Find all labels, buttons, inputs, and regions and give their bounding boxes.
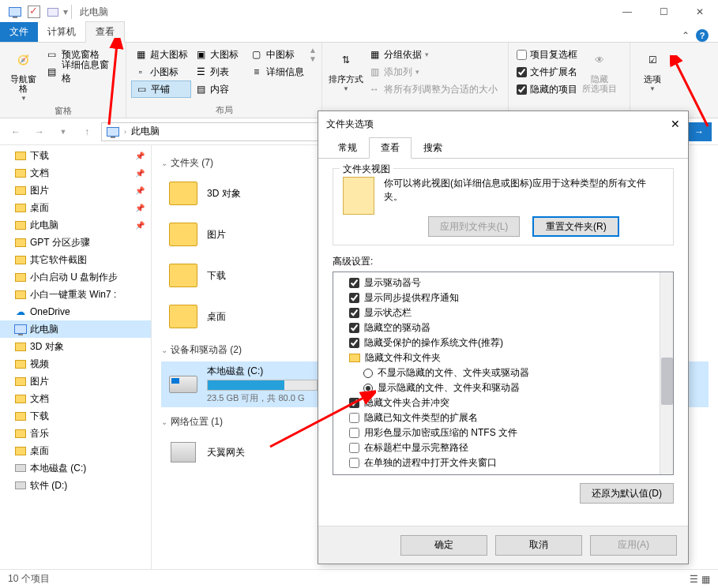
sidebar-item[interactable]: 文档📌 [0, 164, 151, 182]
tab-computer[interactable]: 计算机 [38, 22, 85, 42]
qat-new-folder-icon[interactable] [44, 3, 62, 21]
sidebar-item-icon [14, 253, 27, 266]
view-list-button[interactable]: ☰列表 [191, 63, 246, 81]
view-xlarge-button[interactable]: ▦超大图标 [131, 46, 191, 63]
sidebar-item[interactable]: 此电脑📌 [0, 216, 151, 234]
cancel-button[interactable]: 取消 [495, 535, 582, 556]
restore-defaults-button[interactable]: 还原为默认值(D) [580, 483, 674, 504]
view-details-button[interactable]: ≡详细信息 [247, 63, 309, 81]
view-small-button[interactable]: ▫小图标 [131, 63, 191, 81]
minimize-button[interactable]: — [609, 0, 645, 24]
sidebar-item[interactable]: 本地磁盘 (C:) [0, 459, 151, 477]
adv-radio[interactable] [363, 384, 373, 393]
view-large-icon[interactable]: ▦ [701, 574, 710, 585]
adv-setting-item[interactable]: 显示隐藏的文件、文件夹和驱动器 [335, 380, 671, 395]
ext-checkbox[interactable]: 文件扩展名 [513, 63, 581, 81]
sidebar-item[interactable]: 桌面📌 [0, 199, 151, 216]
sidebar-item[interactable]: 软件 (D:) [0, 477, 151, 494]
reset-folders-button[interactable]: 重置文件夹(R) [532, 216, 619, 237]
dialog-tab-view[interactable]: 查看 [369, 137, 412, 159]
advanced-settings-list[interactable]: 显示驱动器号显示同步提供程序通知显示状态栏隐藏空的驱动器隐藏受保护的操作系统文件… [333, 272, 674, 475]
view-large-button[interactable]: ▣大图标 [191, 46, 246, 63]
sidebar[interactable]: 下载📌文档📌图片📌桌面📌此电脑📌GPT 分区步骤其它软件截图小白启动 U 盘制作… [0, 145, 152, 569]
adv-checkbox[interactable] [349, 413, 359, 423]
forward-button[interactable]: → [30, 122, 49, 141]
tab-file[interactable]: 文件 [0, 22, 38, 42]
sidebar-item[interactable]: ☁OneDrive [0, 303, 151, 320]
adv-checkbox[interactable] [349, 428, 359, 438]
adv-setting-item[interactable]: 在单独的进程中打开文件夹窗口 [335, 455, 671, 470]
adv-checkbox[interactable] [349, 398, 359, 408]
folder-icon [167, 260, 199, 291]
sidebar-item-icon [14, 444, 27, 457]
adv-setting-item[interactable]: 显示状态栏 [335, 305, 671, 320]
adv-checkbox[interactable] [349, 293, 359, 303]
adv-radio[interactable] [363, 369, 373, 378]
adv-setting-item[interactable]: 隐藏空的驱动器 [335, 320, 671, 335]
adv-setting-item[interactable]: 用彩色显示加密或压缩的 NTFS 文件 [335, 425, 671, 440]
sidebar-item[interactable]: 此电脑 [0, 320, 151, 338]
sidebar-item[interactable]: 视频 [0, 355, 151, 373]
adv-setting-item[interactable]: 显示同步提供程序通知 [335, 290, 671, 305]
adv-checkbox[interactable] [349, 323, 359, 333]
tab-view[interactable]: 查看 [85, 21, 125, 43]
recent-dropdown[interactable]: ▼ [54, 122, 73, 141]
adv-setting-item[interactable]: 在标题栏中显示完整路径 [335, 440, 671, 455]
help-icon[interactable]: ? [696, 29, 709, 42]
apply-button[interactable]: 应用(A) [590, 535, 677, 556]
adv-setting-item[interactable]: 隐藏受保护的操作系统文件(推荐) [335, 335, 671, 350]
sidebar-item[interactable]: GPT 分区步骤 [0, 234, 151, 251]
apply-to-folders-button[interactable]: 应用到文件夹(L) [428, 216, 521, 237]
sidebar-item[interactable]: 桌面 [0, 442, 151, 459]
maximize-button[interactable]: ☐ [645, 0, 682, 24]
groupby-button[interactable]: ▦分组依据▾ [365, 46, 501, 63]
adv-setting-item[interactable]: 隐藏文件夹合并冲突 [335, 395, 671, 410]
dialog-tab-general[interactable]: 常规 [326, 137, 369, 159]
sidebar-item[interactable]: 图片 [0, 373, 151, 390]
view-tiles-button[interactable]: ▭平铺 [131, 81, 191, 98]
ribbon-collapse-icon[interactable]: ⌃ [682, 30, 690, 41]
back-button[interactable]: ← [6, 122, 25, 141]
itemcheck-checkbox[interactable]: 项目复选框 [513, 46, 581, 63]
scrollbar[interactable] [660, 272, 673, 474]
adv-checkbox[interactable] [349, 338, 359, 348]
details-pane-button[interactable]: ▤详细信息窗格 [43, 63, 121, 81]
close-button[interactable]: ✕ [682, 0, 718, 24]
nav-pane-button[interactable]: 🧭 导航窗格 ▼ [5, 46, 43, 103]
sidebar-item[interactable]: 文档 [0, 390, 151, 407]
hidden-checkbox[interactable]: 隐藏的项目 [513, 81, 581, 98]
sidebar-item[interactable]: 其它软件截图 [0, 251, 151, 268]
adv-checkbox[interactable] [349, 308, 359, 318]
addcol-button[interactable]: ▥添加列▾ [365, 63, 501, 81]
options-button[interactable]: ☑ 选项 ▼ [635, 46, 670, 94]
sidebar-item[interactable]: 下载📌 [0, 147, 151, 164]
view-medium-button[interactable]: ▢中图标 [247, 46, 309, 63]
dialog-tab-search[interactable]: 搜索 [412, 137, 454, 159]
sidebar-item[interactable]: 3D 对象 [0, 338, 151, 355]
adv-checkbox[interactable] [349, 443, 359, 453]
adv-setting-item[interactable]: 隐藏文件和文件夹 [335, 350, 671, 365]
adv-setting-item[interactable]: 不显示隐藏的文件、文件夹或驱动器 [335, 365, 671, 380]
sidebar-item[interactable]: 小白一键重装 Win7 : [0, 286, 151, 303]
adv-checkbox[interactable] [349, 458, 359, 468]
qat-properties-icon[interactable] [25, 3, 43, 21]
scrollbar-thumb[interactable] [661, 358, 673, 405]
up-button[interactable]: ↑ [77, 122, 96, 141]
view-content-button[interactable]: ▤内容 [191, 81, 246, 98]
adv-setting-item[interactable]: 隐藏已知文件类型的扩展名 [335, 410, 671, 425]
ok-button[interactable]: 确定 [400, 535, 487, 556]
adv-checkbox[interactable] [349, 278, 359, 288]
hide-selected-button[interactable]: 👁 隐藏 所选项目 [581, 46, 618, 95]
view-details-icon[interactable]: ☰ [690, 574, 698, 585]
sizeall-button[interactable]: ↔将所有列调整为合适的大小 [365, 81, 501, 98]
sidebar-item[interactable]: 图片📌 [0, 182, 151, 199]
sidebar-item[interactable]: 下载 [0, 407, 151, 425]
sidebar-item[interactable]: 音乐 [0, 425, 151, 442]
sidebar-item[interactable]: 小白启动 U 盘制作步 [0, 268, 151, 286]
sort-button[interactable]: ⇅ 排序方式 ▼ [327, 46, 365, 94]
go-button[interactable]: → [686, 122, 712, 141]
dialog-title: 文件夹选项 [326, 118, 374, 131]
dialog-close-button[interactable]: ✕ [671, 118, 680, 130]
sidebar-item-icon [14, 479, 27, 492]
adv-setting-item[interactable]: 显示驱动器号 [335, 275, 671, 290]
